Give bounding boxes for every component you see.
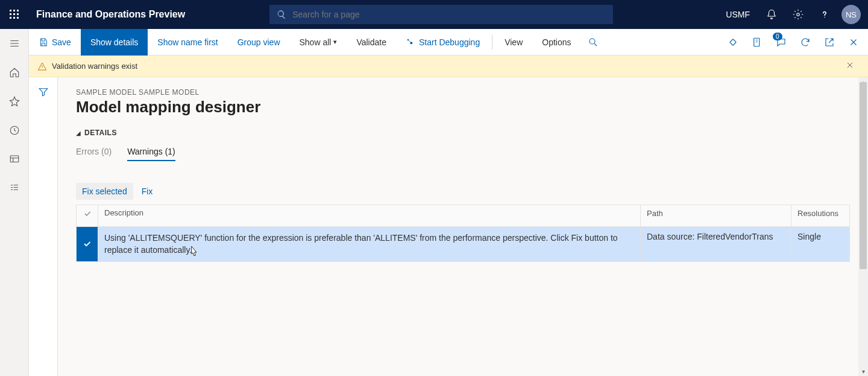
svg-point-13 bbox=[410, 42, 412, 44]
collapse-triangle-icon: ◢ bbox=[76, 130, 81, 136]
link-icon[interactable] bbox=[721, 29, 745, 56]
separator bbox=[492, 35, 492, 49]
svg-rect-8 bbox=[17, 17, 19, 19]
svg-rect-0 bbox=[10, 10, 11, 11]
warning-icon bbox=[37, 62, 47, 71]
svg-rect-6 bbox=[10, 17, 11, 19]
company-code[interactable]: USMF bbox=[717, 10, 758, 19]
svg-rect-11 bbox=[10, 156, 19, 162]
show-details-button[interactable]: Show details bbox=[81, 29, 148, 56]
show-all-label: Show all bbox=[300, 37, 332, 47]
fix-button[interactable]: Fix bbox=[136, 183, 159, 200]
page-main: SAMPLE MODEL SAMPLE MODEL Model mapping … bbox=[58, 77, 868, 376]
details-tabs: Errors (0) Warnings (1) bbox=[76, 147, 850, 161]
fix-selected-button[interactable]: Fix selected bbox=[76, 183, 133, 200]
select-all-checkbox[interactable] bbox=[77, 205, 98, 226]
scrollbar[interactable]: ▴ ▾ bbox=[858, 77, 868, 376]
debug-icon bbox=[406, 37, 415, 47]
svg-rect-7 bbox=[13, 17, 15, 19]
validation-warning-banner: Validation warnings exist bbox=[29, 56, 868, 77]
row-checkbox[interactable] bbox=[77, 227, 98, 261]
search-input[interactable] bbox=[292, 10, 606, 19]
action-bar: Save Show details Show name first Group … bbox=[29, 29, 868, 56]
svg-point-14 bbox=[590, 39, 595, 44]
svg-point-9 bbox=[797, 13, 800, 16]
svg-rect-5 bbox=[17, 13, 19, 15]
col-path[interactable]: Path bbox=[641, 205, 791, 226]
workspaces-icon[interactable] bbox=[0, 145, 29, 174]
hamburger-icon[interactable] bbox=[0, 29, 29, 58]
tool-strip bbox=[29, 77, 58, 376]
message-badge: 0 bbox=[773, 33, 782, 40]
find-icon[interactable] bbox=[581, 29, 605, 56]
start-debugging-label: Start Debugging bbox=[419, 37, 480, 47]
save-button[interactable]: Save bbox=[29, 29, 81, 56]
header-right: USMF NS bbox=[717, 0, 868, 29]
col-description[interactable]: Description bbox=[98, 205, 641, 226]
svg-rect-2 bbox=[17, 10, 19, 11]
modules-icon[interactable] bbox=[0, 174, 29, 203]
scroll-thumb[interactable] bbox=[860, 82, 867, 269]
svg-rect-15 bbox=[754, 38, 760, 46]
tab-warnings[interactable]: Warnings (1) bbox=[127, 147, 175, 161]
view-button[interactable]: View bbox=[495, 29, 532, 56]
svg-rect-3 bbox=[10, 13, 11, 15]
top-header: Finance and Operations Preview USMF NS bbox=[0, 0, 868, 29]
grid-row[interactable]: Using 'ALLITEMSQUERY' function for the e… bbox=[77, 227, 849, 261]
filter-icon[interactable] bbox=[29, 77, 58, 106]
favorites-icon[interactable] bbox=[0, 87, 29, 116]
close-page-icon[interactable] bbox=[841, 29, 866, 56]
popout-icon[interactable] bbox=[817, 29, 841, 56]
tab-errors[interactable]: Errors (0) bbox=[76, 147, 112, 161]
attachments-icon[interactable] bbox=[745, 29, 769, 56]
row-path: Data source: FilteredVendorTrans bbox=[641, 227, 791, 261]
notifications-icon[interactable] bbox=[758, 0, 785, 29]
save-label: Save bbox=[52, 37, 71, 47]
col-resolutions[interactable]: Resolutions bbox=[791, 205, 849, 226]
search-box[interactable] bbox=[269, 5, 613, 24]
svg-point-12 bbox=[407, 39, 409, 40]
left-nav-rail bbox=[0, 29, 29, 376]
recent-icon[interactable] bbox=[0, 116, 29, 145]
grid-header-row: Description Path Resolutions bbox=[77, 205, 849, 227]
details-toggle[interactable]: ◢ DETAILS bbox=[76, 129, 850, 137]
start-debugging-button[interactable]: Start Debugging bbox=[396, 29, 489, 56]
row-resolutions: Single bbox=[791, 227, 849, 261]
group-view-button[interactable]: Group view bbox=[228, 29, 290, 56]
breadcrumb: SAMPLE MODEL SAMPLE MODEL bbox=[76, 88, 850, 97]
show-name-first-button[interactable]: Show name first bbox=[148, 29, 227, 56]
svg-rect-4 bbox=[13, 13, 15, 15]
home-icon[interactable] bbox=[0, 58, 29, 87]
fix-buttons-row: Fix selected Fix bbox=[76, 183, 850, 200]
user-avatar[interactable]: NS bbox=[841, 5, 861, 24]
settings-icon[interactable] bbox=[785, 0, 811, 29]
options-button[interactable]: Options bbox=[532, 29, 580, 56]
show-all-dropdown[interactable]: Show all ▾ bbox=[290, 29, 347, 56]
app-title: Finance and Operations Preview bbox=[29, 9, 185, 20]
refresh-icon[interactable] bbox=[793, 29, 817, 56]
details-label: DETAILS bbox=[84, 129, 117, 137]
page-title: Model mapping designer bbox=[76, 98, 850, 116]
warning-text: Validation warnings exist bbox=[52, 62, 137, 71]
warnings-grid: Description Path Resolutions Using 'ALLI… bbox=[76, 205, 850, 262]
waffle-icon[interactable] bbox=[0, 0, 29, 29]
search-icon bbox=[277, 10, 286, 19]
chevron-down-icon: ▾ bbox=[333, 38, 337, 46]
svg-rect-1 bbox=[13, 10, 15, 11]
validate-button[interactable]: Validate bbox=[347, 29, 396, 56]
help-icon[interactable] bbox=[811, 0, 838, 29]
row-description: Using 'ALLITEMSQUERY' function for the e… bbox=[98, 227, 641, 261]
messages-icon[interactable]: 0 bbox=[769, 29, 793, 56]
banner-close-button[interactable] bbox=[845, 60, 860, 72]
scroll-down-icon[interactable]: ▾ bbox=[858, 366, 868, 376]
